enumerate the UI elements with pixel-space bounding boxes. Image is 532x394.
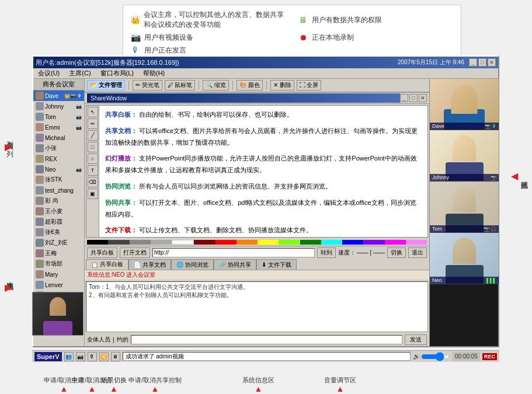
thumbnail-btn[interactable]: 🔍 缩览 (203, 80, 229, 90)
menu-meeting[interactable]: 会议(U) (36, 69, 62, 78)
menu-chairman[interactable]: 主席(C) (67, 69, 93, 78)
color-green[interactable] (300, 240, 321, 245)
color-darkgray[interactable] (108, 240, 129, 245)
tool-eraser[interactable]: ⌫ (88, 177, 98, 187)
participant-shichangbu[interactable]: 市场部 (33, 259, 84, 269)
participant-johnny[interactable]: Johnny 📷 (33, 101, 84, 111)
participant-neo[interactable]: Neo 📷 (33, 164, 84, 175)
status-icon-2[interactable]: 📷 (76, 352, 85, 361)
local-video-label: 本地视频 (5, 276, 15, 278)
status-icon-4[interactable]: 🔀 (99, 352, 109, 361)
participant-emmi[interactable]: Emmi 📷 (33, 122, 84, 133)
color-orange[interactable] (237, 240, 258, 245)
color-darkred[interactable] (194, 240, 215, 245)
record-icon: ⏺ (298, 32, 308, 43)
color-btn[interactable]: 🎨 颜色 (237, 80, 263, 90)
legend-share-text: 用户有数据共享的权限 (312, 15, 382, 25)
sw-close[interactable]: ✕ (419, 94, 427, 102)
tab-download[interactable]: ⬇ 文件下载 (256, 259, 297, 270)
status-icon-5[interactable]: 🖥 (111, 352, 120, 361)
volume-slider[interactable] (421, 354, 450, 359)
tool-rect[interactable]: □ (88, 142, 98, 152)
participant-testzhang[interactable]: test_zhang (33, 185, 84, 196)
color-magenta[interactable] (385, 240, 406, 245)
participant-caishang[interactable]: 彩 尚 (33, 196, 84, 206)
label-share-ctrl: 申请/取消共享控制 ▲ (128, 376, 182, 393)
file-mgr-btn[interactable]: 📂 文件管理 (87, 80, 125, 90)
status-icon-1[interactable]: 👥 (64, 352, 74, 361)
menu-layout[interactable]: 窗口布局(L) (98, 69, 136, 78)
switch-btn[interactable]: 切换 (387, 247, 406, 258)
participant-xiaozhang[interactable]: 小张 (33, 143, 84, 154)
color-purple[interactable] (363, 240, 384, 245)
tom-name-bar: Tom 📷 🎧 (430, 225, 499, 232)
color-blue[interactable] (342, 240, 363, 245)
close-button[interactable]: ✕ (488, 58, 496, 67)
tool-pen[interactable]: ✏ (88, 118, 98, 129)
menu-help[interactable]: 帮助(H) (141, 69, 167, 78)
tool-fill[interactable]: ▣ (88, 189, 98, 199)
chat-input-field[interactable] (131, 335, 402, 344)
fullscreen-btn[interactable]: ⛶ 全屏 (297, 80, 322, 90)
color-gray[interactable] (130, 240, 151, 245)
color-red[interactable] (215, 240, 237, 245)
dave-mic-icon: 🎙 (492, 124, 496, 129)
participant-dave[interactable]: Dave 👑 📷 🎙 (33, 90, 84, 101)
maximize-button[interactable]: □ (478, 58, 486, 67)
participant-rex[interactable]: REX (33, 154, 84, 164)
dave-video-bg (430, 79, 499, 130)
content-doc: 共享文档： 可以将office文档、图片共享给所有与会人员观看，并允许操作人进行… (105, 125, 422, 149)
tab-cobrowse[interactable]: 🌐 协同浏览 (171, 259, 214, 270)
color-black[interactable] (87, 240, 108, 245)
avatar-mary (36, 270, 44, 278)
share-whiteboard-btn[interactable]: 共享白板 (87, 247, 117, 258)
participant-micheal[interactable]: Micheal (33, 133, 84, 143)
download-text: 可以上传文档、下载文档、删除文档、协同播放流媒体文件。 (139, 226, 312, 233)
tool-select[interactable]: ↖ (88, 107, 98, 117)
content-browse: 协同浏览： 所有与会人员可以同步浏览网络上的资讯信息、并支持多网页浏览。 (105, 181, 422, 193)
participant-wangxiaomai[interactable]: 王小麦 (33, 206, 84, 217)
color-lightgray[interactable] (151, 240, 172, 245)
participant-tom[interactable]: Tom 📷 (33, 111, 84, 122)
status-message: 成功请求了 admin视频 (123, 352, 411, 361)
status-icon-3[interactable]: 🎙 (88, 352, 97, 361)
tool-line[interactable]: ╱ (88, 130, 98, 141)
legend-panel: 👑 会议主席，可以控制其他人的发言、数据共享和会议模式的改变等功能 🖥 用户有数… (123, 5, 461, 61)
participant-wangmei[interactable]: 王梅 (33, 248, 84, 259)
goto-btn[interactable]: 转到 (317, 247, 336, 258)
delete-btn[interactable]: ✕ 删除 (270, 80, 294, 90)
sw-maximize[interactable]: □ (409, 94, 418, 102)
bottom-controls: 共享白板 打开文档 转到 速度： —— | —— 切换 退出 (85, 246, 429, 259)
mouse-pen-btn[interactable]: 🖊 鼠标笔 (165, 80, 196, 90)
exit-btn[interactable]: 退出 (408, 247, 427, 258)
url-input[interactable] (152, 248, 315, 257)
participant-name-xz: 小张 (45, 144, 82, 152)
time-display: 00:00:05 (453, 352, 480, 361)
tab-sharedoc[interactable]: 📄 共享文档 (128, 259, 171, 270)
sw-minimize[interactable]: _ (400, 94, 408, 102)
participant-liuz[interactable]: 刘Z_刘E (33, 238, 84, 248)
tab-whiteboard[interactable]: 📋 共享白板 (86, 259, 128, 270)
participant-mary[interactable]: Mary (33, 269, 84, 280)
tab-coshare[interactable]: 🔗 协同共享 (214, 259, 256, 270)
cam-p-icon: 📷 (71, 93, 77, 99)
rec-badge: REC (482, 353, 497, 360)
tab-dl-icon: ⬇ (262, 261, 266, 268)
tool-text[interactable]: T (88, 165, 98, 176)
tool-circle[interactable]: ○ (88, 154, 98, 164)
color-white[interactable] (172, 240, 194, 245)
minimize-button[interactable]: _ (469, 58, 477, 67)
open-doc-btn[interactable]: 打开文档 (120, 247, 150, 258)
color-yellow[interactable] (258, 240, 279, 245)
participant-chaocaixia[interactable]: 超彩霞 (33, 217, 84, 227)
participant-zhangstk[interactable]: 张STK (33, 175, 84, 185)
send-button[interactable]: 发送 (405, 334, 427, 345)
avatar-ccx (36, 218, 44, 226)
participant-zhangmei[interactable]: 张€美 (33, 227, 84, 238)
color-lime[interactable] (279, 240, 300, 245)
color-cyan[interactable] (321, 240, 342, 245)
participant-lenver[interactable]: Lenver (33, 280, 84, 290)
color-pink[interactable] (406, 240, 427, 245)
highlighter-btn[interactable]: ✏ 荧光笔 (133, 80, 162, 90)
participant-name-lenver: Lenver (45, 282, 82, 288)
